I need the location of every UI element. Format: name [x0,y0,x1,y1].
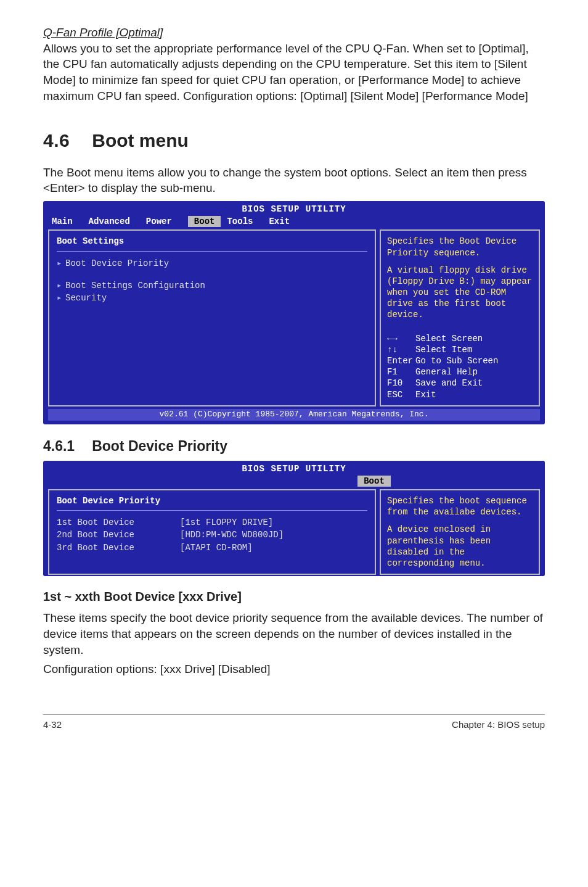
bios-panel-boot-settings: BIOS SETUP UTILITY Main Advanced Power B… [43,201,545,424]
tab-exit[interactable]: Exit [269,216,300,227]
divider [57,251,367,252]
key-desc: Save and Exit [415,378,483,388]
row-value: [1st FLOPPY DRIVE] [180,517,273,528]
bios-menubar: Main Advanced Power Boot Tools Exit [46,215,542,229]
key-f1: F1 [387,366,415,377]
bios-left-pane: Boot Settings ▸Boot Device Priority ▸Boo… [48,229,376,406]
bios-left-heading: Boot Settings [57,236,367,247]
bios-right-pane: Specifies the Boot Device Priority seque… [380,229,540,406]
row-label: 1st Boot Device [57,517,180,528]
bios-key-legend: ←→Select Screen ↑↓Select Item EnterGo to… [387,321,533,400]
row-label: 2nd Boot Device [57,529,180,540]
tab-advanced[interactable]: Advanced [89,216,140,227]
qfan-paragraph: Allows you to set the appropriate perfor… [43,41,545,104]
row-2nd-boot-device[interactable]: 2nd Boot Device[HDD:PM-WDC WD800JD] [57,529,367,540]
key-esc: ESC [387,389,415,400]
key-desc: Select Screen [415,334,483,344]
submenu-arrow-icon: ▸ [57,280,65,291]
section-intro: The Boot menu items allow you to change … [43,165,545,196]
item-boot-settings-config[interactable]: ▸Boot Settings Configuration [57,280,367,291]
row-1st-boot-device[interactable]: 1st Boot Device[1st FLOPPY DRIVE] [57,517,367,528]
subsection-heading: 4.6.1 Boot Device Priority [43,437,545,456]
item-description-2: Configuration options: [xxx Drive] [Disa… [43,661,545,677]
item-label: Boot Device Priority [65,258,169,268]
bios-right-pane: Specifies the boot sequence from the ava… [380,489,540,575]
item-boot-device-priority[interactable]: ▸Boot Device Priority [57,258,367,269]
page-footer: 4-32 Chapter 4: BIOS setup [43,714,545,731]
bios-help-top: Specifies the Boot Device Priority seque… [387,236,533,258]
key-enter: Enter [387,355,415,366]
bios-help-top: Specifies the boot sequence from the ava… [387,495,533,518]
tab-power[interactable]: Power [146,216,182,227]
subsection-number: 4.6.1 [43,437,75,456]
bios-menubar: Boot [46,474,542,489]
item-label: Boot Settings Configuration [65,281,205,291]
item-description-1: These items specify the boot device prio… [43,610,545,658]
divider [57,510,367,511]
section-heading: 4.6 Boot menu [43,128,545,154]
page-number: 4-32 [43,719,62,731]
key-f10: F10 [387,377,415,389]
key-desc: Exit [415,390,436,400]
row-3rd-boot-device[interactable]: 3rd Boot Device[ATAPI CD-ROM] [57,542,367,553]
submenu-arrow-icon: ▸ [57,258,65,269]
bios-left-heading: Boot Device Priority [57,495,367,506]
bios-panel-boot-device-priority: BIOS SETUP UTILITY Boot Boot Device Prio… [43,461,545,577]
bios-help-body: A device enclosed in parenthesis has bee… [387,524,533,569]
tab-boot[interactable]: Boot [188,216,221,227]
subsection-title: Boot Device Priority [92,437,227,456]
item-heading: 1st ~ xxth Boot Device [xxx Drive] [43,588,545,605]
item-label: Security [65,293,107,303]
section-title: Boot menu [92,128,189,154]
bios-title: BIOS SETUP UTILITY [46,463,542,474]
key-arrows-lr: ←→ [387,333,415,344]
row-value: [ATAPI CD-ROM] [180,542,253,553]
qfan-heading: Q-Fan Profile [Optimal] [43,25,545,41]
chapter-label: Chapter 4: BIOS setup [452,719,545,731]
bios-title: BIOS SETUP UTILITY [46,204,542,215]
item-security[interactable]: ▸Security [57,292,367,303]
row-label: 3rd Boot Device [57,542,180,553]
tab-tools[interactable]: Tools [227,216,263,227]
row-value: [HDD:PM-WDC WD800JD] [180,529,284,540]
tab-boot[interactable]: Boot [357,476,391,487]
bios-copyright: v02.61 (C)Copyright 1985-2007, American … [48,409,540,421]
key-desc: Select Item [415,345,472,355]
key-desc: Go to Sub Screen [415,356,498,366]
bios-help-body: A virtual floppy disk drive (Floppy Driv… [387,265,533,321]
tab-main[interactable]: Main [52,216,83,227]
key-arrows-ud: ↑↓ [387,344,415,355]
submenu-arrow-icon: ▸ [57,292,65,303]
section-number: 4.6 [43,128,70,154]
key-desc: General Help [415,367,478,377]
bios-left-pane: Boot Device Priority 1st Boot Device[1st… [48,489,376,575]
